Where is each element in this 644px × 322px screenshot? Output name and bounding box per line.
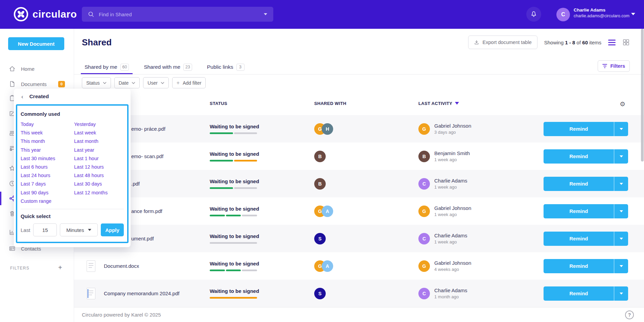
remind-dropdown-button[interactable] [614,232,628,246]
brand-logo[interactable]: circularo [14,7,77,22]
add-filter-chip[interactable]: +Add filter [172,77,206,88]
signing-progress-bar [210,242,257,244]
remind-button[interactable]: Remind [544,286,614,301]
date-option-last-7-days[interactable]: Last 7 days [21,180,74,188]
grid-view-icon[interactable] [622,39,630,46]
cell-action: Remind [544,122,644,136]
table-row[interactable]: Company memorandum 2024.pdfWaiting to be… [74,280,644,307]
cell-status: Waiting to be signed [210,178,314,189]
date-option-last-90-days[interactable]: Last 90 days [21,189,74,197]
remind-dropdown-button[interactable] [614,259,628,273]
table-row[interactable]: ument.pdfWaiting to be signedSCCharlie A… [74,225,644,252]
quick-select-label: Quick select [21,213,124,219]
avatar: G [418,260,430,272]
user-avatar[interactable]: C [556,8,570,21]
remind-dropdown-button[interactable] [614,122,628,136]
export-document-table-button[interactable]: Export document table [468,36,537,49]
date-option-last-12-months[interactable]: Last 12 months [74,189,108,197]
remind-dropdown-button[interactable] [614,204,628,218]
cell-shared-with: GH [314,123,418,135]
date-option-last-24-hours[interactable]: Last 24 hours [21,171,74,180]
remind-button[interactable]: Remind [544,177,614,191]
document-name: Document.docx [104,263,139,269]
sidebar-item-documents[interactable]: Documents0 [0,78,74,90]
remind-split-button: Remind [544,122,628,136]
date-option-last-30-days[interactable]: Last 30 days [74,180,108,188]
table-row[interactable]: .pdfWaiting to be signedBCCharlie Adams1… [74,170,644,197]
date-option-last-48-hours[interactable]: Last 48 hours [74,171,108,180]
remind-dropdown-button[interactable] [614,177,628,191]
date-option-last-year[interactable]: Last year [74,146,108,154]
remind-button[interactable]: Remind [544,259,614,273]
remind-dropdown-button[interactable] [614,149,628,164]
column-status[interactable]: STATUS [210,101,314,106]
remind-button[interactable]: Remind [544,204,614,218]
date-option-last-1-hour[interactable]: Last 1 hour [74,154,108,163]
cell-action: Remind [544,259,644,273]
filter-chip-date[interactable]: Date [114,77,140,88]
date-option-last-30-minutes[interactable]: Last 30 minutes [21,154,74,163]
date-option-today[interactable]: Today [21,120,74,129]
document-name: .pdf [131,181,140,187]
remind-button[interactable]: Remind [544,122,614,136]
date-option-last-month[interactable]: Last month [74,137,108,146]
date-option-this-year[interactable]: This year [21,146,74,154]
quick-select-unit-dropdown[interactable]: Minutes [60,223,98,236]
cell-action: Remind [544,204,644,218]
column-shared-with[interactable]: SHARED WITH [314,101,418,106]
date-option-last-12-hours[interactable]: Last 12 hours [74,163,108,171]
filter-chip-user[interactable]: User [143,77,169,88]
document-name: ument.pdf [131,236,154,241]
date-option-custom-range[interactable]: Custom range [21,197,74,206]
popup-title: Created [29,93,49,100]
quick-select-value-input[interactable] [33,223,57,236]
tab-shared-with-me[interactable]: Shared with me23 [140,61,196,74]
export-label: Export document table [483,40,532,45]
date-option-last-week[interactable]: Last week [74,129,108,137]
user-menu-caret-icon[interactable] [631,13,635,15]
cell-last-activity: GGabriel Johnson4 weeks ago [418,260,544,272]
sidebar-item-home[interactable]: Home [0,63,74,75]
remind-dropdown-button[interactable] [614,286,628,301]
notifications-button[interactable] [526,7,541,22]
column-last-activity[interactable]: LAST ACTIVITY [418,101,544,106]
add-filter-plus-icon[interactable]: + [58,264,62,272]
remind-button[interactable]: Remind [544,232,614,246]
document-name: emo- scan.pdf [131,153,163,159]
new-document-button[interactable]: New Document [8,37,64,50]
bell-icon [530,10,537,18]
activity-time: 1 month ago [434,294,467,299]
date-option-last-6-hours[interactable]: Last 6 hours [21,163,74,171]
date-option-this-week[interactable]: This week [21,129,74,137]
list-view-icon[interactable] [608,40,616,45]
tab-shared-by-me[interactable]: Shared by me60 [81,61,133,74]
search-input[interactable] [99,12,259,17]
cell-action: Remind [544,149,644,164]
brand-name: circularo [32,8,77,20]
table-row[interactable]: emo- práce.pdfWaiting to be signedGHGGab… [74,115,644,143]
date-option-this-month[interactable]: This month [21,137,74,146]
apply-button[interactable]: Apply [101,223,124,236]
remind-split-button: Remind [544,177,628,191]
user-info[interactable]: Charlie Adams charlie.adams@circularo.co… [574,7,629,18]
remind-button[interactable]: Remind [544,149,614,164]
cell-last-activity: CCharlie Adams1 week ago [418,233,544,244]
cell-name: Company memorandum 2024.pdf [74,288,210,299]
tab-public-links[interactable]: Public links3 [203,61,248,74]
filters-button[interactable]: Filters [598,60,630,72]
global-search[interactable] [82,7,273,22]
status-label: Waiting to be signed [210,206,314,212]
date-option-yesterday[interactable]: Yesterday [74,120,108,129]
chip-label: Status [86,80,100,86]
table-row[interactable]: Document.docxWaiting to be signedGAGGabr… [74,252,644,280]
table-settings-gear-icon[interactable]: ⚙ [620,100,625,108]
document-name: emo- práce.pdf [131,126,165,132]
popup-highlight-box: Commonly used TodayThis weekThis monthTh… [16,104,129,243]
help-button[interactable]: ? [625,310,634,319]
vertical-scrollbar[interactable] [641,29,644,162]
search-scope-caret-icon[interactable] [264,13,267,15]
table-row[interactable]: emo- scan.pdfWaiting to be signedBBBenja… [74,143,644,170]
chevron-left-icon[interactable]: ‹ [21,94,23,100]
filter-chip-status[interactable]: Status [82,77,111,88]
table-row[interactable]: ance form.pdfWaiting to be signedGAGGabr… [74,197,644,225]
